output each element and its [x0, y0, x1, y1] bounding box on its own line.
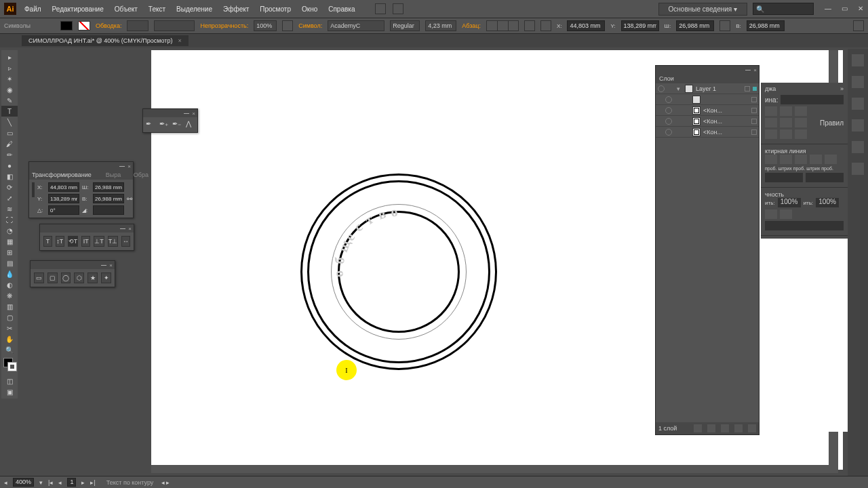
menu-object[interactable]: Объект: [115, 5, 138, 13]
status-next[interactable]: ▸: [166, 479, 170, 486]
width-tool[interactable]: ≋: [1, 203, 18, 214]
type-vert-path-icon[interactable]: T⊥: [108, 236, 119, 247]
workspace-selector[interactable]: Основные сведения ▾: [658, 3, 747, 16]
visibility-toggle[interactable]: [665, 118, 672, 125]
join-round-icon[interactable]: [780, 118, 792, 127]
menu-select[interactable]: Выделение: [176, 5, 212, 13]
menu-effect[interactable]: Эффект: [223, 5, 249, 13]
mesh-tool[interactable]: ⊞: [1, 247, 18, 258]
expand-icon[interactable]: ▾: [677, 85, 682, 92]
opacity-input[interactable]: 100%: [254, 20, 277, 31]
join-miter-icon[interactable]: [765, 118, 777, 127]
layout-icon[interactable]: [393, 3, 403, 14]
lasso-tool[interactable]: ◉: [1, 84, 18, 95]
target-icon[interactable]: [751, 108, 757, 113]
cap-butt-icon[interactable]: [765, 106, 777, 116]
visibility-toggle[interactable]: [665, 107, 672, 114]
swatches-panel-icon[interactable]: [852, 76, 864, 88]
target-icon[interactable]: [751, 97, 757, 102]
menu-file[interactable]: Файл: [24, 5, 41, 13]
align-right-icon[interactable]: [508, 20, 519, 31]
link-icon[interactable]: ⚯: [127, 195, 132, 203]
type-on-path-panel[interactable]: × T ↕T ⟲T IT ⊥T T⊥ ↔: [39, 224, 134, 251]
selection-tool[interactable]: ▸: [1, 52, 18, 62]
cap-round-icon[interactable]: [780, 106, 792, 116]
arrow-end[interactable]: [806, 173, 844, 182]
pos-x[interactable]: [567, 20, 605, 31]
round-rect-icon[interactable]: ▢: [47, 272, 58, 283]
tab-align[interactable]: Выра: [106, 171, 121, 178]
eraser-tool[interactable]: ◧: [1, 171, 18, 182]
close-icon[interactable]: ×: [753, 67, 757, 73]
arrange-icon[interactable]: [375, 3, 386, 14]
target-icon[interactable]: [751, 119, 757, 124]
transform-w[interactable]: [93, 182, 124, 192]
transform-y[interactable]: [48, 194, 79, 203]
transform-panel[interactable]: × Трансформирование Выра Обра X: Ш: Y: В…: [28, 161, 134, 218]
locate-icon[interactable]: [694, 424, 702, 432]
align-left-icon[interactable]: [486, 20, 497, 31]
opacity-1[interactable]: 100%: [778, 198, 801, 207]
new-sublayer-icon[interactable]: [721, 424, 729, 432]
close-icon[interactable]: ×: [128, 226, 132, 232]
options-menu-icon[interactable]: [853, 20, 864, 31]
pos-y[interactable]: [621, 20, 659, 31]
first-artboard[interactable]: |◂: [48, 479, 53, 486]
zoom-drop-icon[interactable]: ▾: [39, 479, 43, 486]
slice-tool[interactable]: ✂: [1, 323, 18, 333]
last-artboard[interactable]: ▸|: [90, 479, 95, 486]
layer-row[interactable]: <Кон...: [656, 116, 759, 127]
menu-text[interactable]: Текст: [149, 5, 165, 13]
cap-square-icon[interactable]: [795, 106, 807, 116]
layer-row[interactable]: <Кон...: [656, 105, 759, 116]
brush-tool[interactable]: 🖌: [1, 138, 18, 149]
menu-view[interactable]: Просмотр: [260, 5, 291, 13]
menu-help[interactable]: Справка: [328, 5, 355, 13]
layers-panel[interactable]: × Слои ▾ Layer 1 <Кон... <Кон...: [655, 65, 760, 435]
blob-tool[interactable]: ●: [1, 160, 18, 171]
layer-row[interactable]: [656, 94, 759, 105]
stroke-panel-icon[interactable]: [852, 141, 864, 153]
shape-panel[interactable]: × ▭ ▢ ◯ ⬡ ★ ✦: [30, 260, 115, 287]
zoom-level[interactable]: 400%: [13, 478, 34, 487]
rect-tool[interactable]: ▭: [1, 127, 18, 138]
align-stroke-center-icon[interactable]: [765, 129, 777, 139]
brushes-panel-icon[interactable]: [852, 98, 864, 110]
profile-sel[interactable]: [765, 221, 844, 230]
type-vert-area-icon[interactable]: ⊥T: [94, 236, 104, 247]
layer-row[interactable]: <Кон...: [656, 127, 759, 138]
eyedropper-tool[interactable]: 💧: [1, 268, 18, 279]
draw-mode[interactable]: ◫: [1, 375, 18, 386]
opacity-2[interactable]: 100%: [816, 198, 839, 207]
tab-transform[interactable]: Трансформирование: [32, 171, 92, 178]
tab-close-icon[interactable]: ×: [178, 37, 181, 44]
type-area-icon[interactable]: ↕T: [56, 236, 64, 247]
flare-icon[interactable]: ✦: [101, 272, 111, 283]
status-prev[interactable]: ◂: [161, 479, 165, 486]
window-close[interactable]: ✕: [856, 5, 865, 13]
document-tab[interactable]: СИМОЛЛРОАД ИНТ.ai* @ 400% (CMYK/Просмотр…: [22, 35, 189, 46]
visibility-toggle[interactable]: [658, 85, 665, 92]
arrow-start[interactable]: [765, 173, 803, 182]
zoom-tool[interactable]: 🔍: [1, 344, 18, 355]
fill-swatch[interactable]: [60, 21, 73, 30]
stroke-weight[interactable]: [127, 20, 149, 31]
help-search[interactable]: 🔍: [753, 3, 814, 15]
reference-point[interactable]: [32, 182, 35, 197]
artboard-num[interactable]: 1: [67, 478, 76, 487]
menu-edit[interactable]: Редактирование: [52, 5, 104, 13]
artboard-tool[interactable]: ▢: [1, 312, 18, 323]
prev-artboard[interactable]: ◂: [58, 479, 62, 486]
pen-mode-icon[interactable]: ✒: [146, 120, 155, 129]
polygon-icon[interactable]: ⬡: [74, 272, 84, 283]
direct-select-tool[interactable]: ▹: [1, 62, 18, 73]
add-anchor-icon[interactable]: ✒₊: [159, 120, 169, 129]
align-stroke-outside-icon[interactable]: [795, 129, 807, 139]
font-size[interactable]: 4,23 mm: [425, 20, 456, 31]
next-artboard[interactable]: ▸: [81, 479, 85, 486]
align-center-icon[interactable]: [497, 20, 508, 31]
opacity-tab[interactable]: чность: [765, 191, 784, 198]
transform-angle[interactable]: [48, 205, 79, 215]
recolor-icon[interactable]: [282, 20, 293, 31]
align-stroke-inside-icon[interactable]: [780, 129, 792, 139]
